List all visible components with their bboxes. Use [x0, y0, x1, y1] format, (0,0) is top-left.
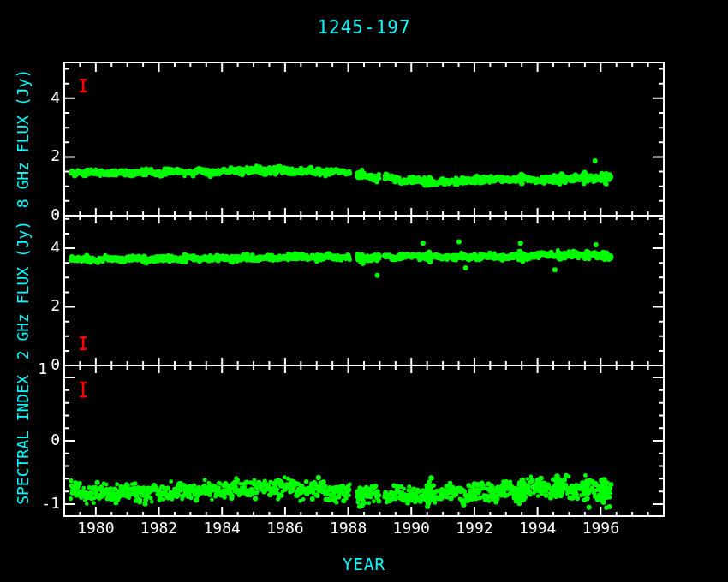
y-axis-label-spectral-index: SPECTRAL INDEX	[14, 375, 32, 505]
source-name-title: 1245-197	[0, 17, 728, 38]
y-axis-label-8ghz: 8 GHz FLUX (Jy)	[14, 69, 32, 209]
x-axis-label-year: YEAR	[0, 555, 728, 573]
light-curve-figure: 1245-197 8 GHz FLUX (Jy) 2 GHz FLUX (Jy)…	[0, 0, 728, 582]
chart-canvas	[0, 0, 728, 582]
y-axis-label-2ghz: 2 GHz FLUX (Jy)	[14, 221, 32, 360]
